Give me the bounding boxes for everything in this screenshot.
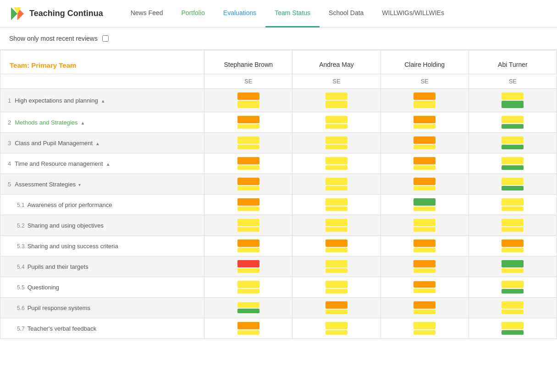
score-cell-4-0[interactable] — [204, 174, 292, 195]
score-cell-3-1[interactable] — [292, 153, 381, 174]
score-cell-2-2[interactable] — [381, 133, 469, 153]
score-cell-1-0[interactable] — [204, 112, 292, 133]
sub-name: Questioning — [28, 284, 59, 291]
score-cell-4-2[interactable] — [381, 174, 469, 195]
score-cell-7-3[interactable] — [469, 236, 557, 256]
score-cell-3-0[interactable] — [204, 153, 292, 174]
score-cell-9-2[interactable] — [381, 277, 469, 298]
expand-icon[interactable]: ▲ — [81, 120, 85, 125]
score-block — [237, 322, 259, 335]
score-cell-6-0[interactable] — [204, 215, 292, 236]
score-cell-10-1[interactable] — [292, 298, 381, 318]
table-row: 5.2Sharing and using objectives — [0, 215, 557, 236]
score-cell-7-2[interactable] — [381, 236, 469, 256]
score-cell-4-1[interactable] — [292, 174, 381, 195]
score-cell-6-1[interactable] — [292, 215, 381, 236]
score-block — [325, 281, 347, 294]
score-cell-6-3[interactable] — [469, 215, 557, 236]
score-cell-1-1[interactable] — [292, 112, 381, 133]
score-cell-2-1[interactable] — [292, 133, 381, 153]
expand-icon[interactable]: ▲ — [106, 162, 110, 167]
score-bar — [502, 301, 524, 309]
score-cell-1-2[interactable] — [381, 112, 469, 133]
score-cell-5-3[interactable] — [469, 195, 557, 215]
nav-portfolio[interactable]: Portfolio — [172, 0, 214, 27]
score-bar — [325, 124, 347, 129]
score-bar — [502, 227, 524, 232]
section-num: 4 — [8, 160, 11, 167]
score-cell-8-3[interactable] — [469, 256, 557, 277]
score-cell-5-0[interactable] — [204, 195, 292, 215]
score-bar — [237, 302, 259, 308]
expand-icon[interactable]: ▲ — [95, 141, 100, 146]
nav-team-status[interactable]: Team Status — [265, 0, 320, 27]
score-block — [325, 260, 347, 273]
nav-willwigs[interactable]: WILLWIGs/WILLWIEs — [373, 0, 453, 27]
score-bar — [325, 289, 347, 294]
score-cell-0-3[interactable] — [469, 89, 557, 112]
score-block — [502, 157, 524, 170]
recent-reviews-checkbox[interactable] — [102, 35, 109, 42]
score-cell-8-1[interactable] — [292, 256, 381, 277]
header: Teaching Continua News Feed Portfolio Ev… — [0, 0, 557, 27]
table-row: 2Methods and Strategies▲ — [0, 112, 557, 133]
score-cell-9-1[interactable] — [292, 277, 381, 298]
score-cell-2-3[interactable] — [469, 133, 557, 153]
score-cell-11-3[interactable] — [469, 318, 557, 339]
score-cell-3-2[interactable] — [381, 153, 469, 174]
score-cell-10-2[interactable] — [381, 298, 469, 318]
score-bar — [414, 310, 436, 314]
table-row: 5.3Sharing and using success criteria — [0, 236, 557, 256]
score-block — [237, 157, 259, 170]
score-bar — [325, 157, 347, 164]
section-num: 3 — [8, 140, 11, 147]
score-cell-4-3[interactable] — [469, 174, 557, 195]
score-cell-8-2[interactable] — [381, 256, 469, 277]
score-bar — [502, 198, 524, 206]
score-bar — [502, 93, 524, 100]
expand-icon[interactable]: ▲ — [101, 98, 105, 103]
nav-news-feed[interactable]: News Feed — [121, 0, 172, 27]
nav-evaluations[interactable]: Evaluations — [214, 0, 265, 27]
score-bar — [414, 116, 436, 123]
nav-school-data[interactable]: School Data — [320, 0, 373, 27]
score-bar — [325, 240, 347, 247]
score-bar — [325, 322, 347, 329]
score-block — [502, 136, 524, 149]
score-bar — [237, 268, 259, 273]
score-bar — [502, 124, 524, 129]
score-cell-6-2[interactable] — [381, 215, 469, 236]
score-cell-0-0[interactable] — [204, 89, 292, 112]
score-cell-9-0[interactable] — [204, 277, 292, 298]
score-cell-0-2[interactable] — [381, 89, 469, 112]
score-block — [237, 281, 259, 294]
score-cell-11-1[interactable] — [292, 318, 381, 339]
expand-icon[interactable]: ▾ — [78, 182, 81, 187]
score-cell-9-3[interactable] — [469, 277, 557, 298]
score-bar — [325, 248, 347, 252]
score-block — [502, 260, 524, 273]
sub-name: Sharing and using objectives — [28, 222, 104, 229]
score-cell-7-1[interactable] — [292, 236, 381, 256]
score-cell-11-0[interactable] — [204, 318, 292, 339]
score-cell-11-2[interactable] — [381, 318, 469, 339]
score-bar — [237, 219, 259, 226]
score-cell-3-3[interactable] — [469, 153, 557, 174]
score-bar — [414, 93, 436, 100]
score-block — [502, 240, 524, 252]
score-cell-1-3[interactable] — [469, 112, 557, 133]
score-cell-7-0[interactable] — [204, 236, 292, 256]
score-cell-5-1[interactable] — [292, 195, 381, 215]
score-cell-5-2[interactable] — [381, 195, 469, 215]
badge-1: SE — [292, 74, 381, 89]
score-cell-0-1[interactable] — [292, 89, 381, 112]
person-header-0: Stephanie Brown — [204, 50, 292, 74]
score-cell-10-0[interactable] — [204, 298, 292, 318]
sub-name: Sharing and using success criteria — [28, 243, 118, 250]
score-cell-8-0[interactable] — [204, 256, 292, 277]
score-bar — [325, 330, 347, 335]
recent-reviews-label: Show only most recent reviews — [9, 35, 98, 42]
score-cell-2-0[interactable] — [204, 133, 292, 153]
score-bar — [502, 248, 524, 252]
score-cell-10-3[interactable] — [469, 298, 557, 318]
